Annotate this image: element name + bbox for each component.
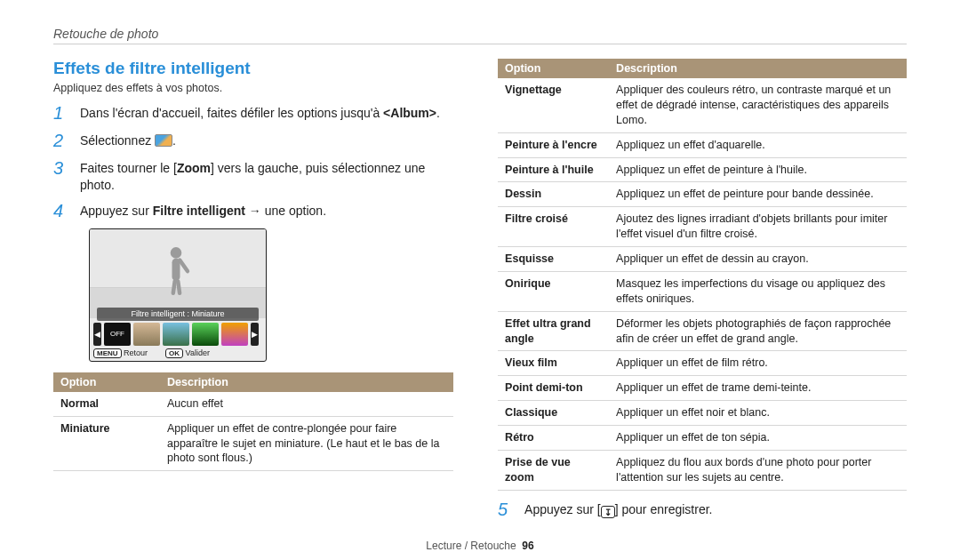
table-row: OniriqueMasquez les imperfections du vis… <box>498 271 907 311</box>
step-list-continued: 5 Appuyez sur [↧] pour enregistrer. <box>498 500 907 520</box>
right-column: Option Description VignettageAppliquer d… <box>498 59 907 527</box>
description-cell: Déformer les objets photographiés de faç… <box>609 311 907 351</box>
filter-thumb[interactable] <box>133 323 160 346</box>
option-cell: Effet ultra grand angle <box>498 311 609 351</box>
preview-scene <box>90 229 266 318</box>
option-cell: Vignettage <box>498 78 609 132</box>
option-cell: Normal <box>53 392 160 416</box>
description-cell: Appliquer un effet de film rétro. <box>609 351 907 376</box>
table-row: ClassiqueAppliquer un effet noir et blan… <box>498 401 907 426</box>
step-text: Appuyez sur Filtre intelligent → une opt… <box>80 201 326 221</box>
preview-person-icon <box>171 247 182 281</box>
step-5: 5 Appuyez sur [↧] pour enregistrer. <box>498 500 907 520</box>
step-number: 4 <box>53 201 73 221</box>
table-header-description: Description <box>609 59 907 78</box>
step-text: Dans l'écran d'accueil, faites défiler l… <box>80 103 440 124</box>
table-row: EsquisseAppliquer un effet de dessin au … <box>498 247 907 272</box>
step-number: 3 <box>53 158 73 194</box>
step-text: Appuyez sur [↧] pour enregistrer. <box>524 500 712 520</box>
table-row: Peinture à l'huileAppliquez un effet de … <box>498 157 907 182</box>
description-cell: Appliquez du flou aux bords d'une photo … <box>609 450 907 490</box>
description-cell: Aucun effet <box>160 392 453 416</box>
filter-thumb[interactable] <box>192 323 219 346</box>
description-cell: Appliquer un effet de contre-plongée pou… <box>160 416 453 471</box>
description-cell: Ajoutez des lignes irradiant d'objets br… <box>609 207 907 247</box>
filter-thumbnail-row: ◀ OFF ▶ <box>93 322 262 347</box>
option-cell: Onirique <box>498 271 609 311</box>
step-number: 1 <box>53 103 73 124</box>
table-row: Normal Aucun effet <box>53 392 453 416</box>
footer-section: Lecture / Retouche <box>426 540 516 552</box>
description-cell: Appliquer des couleurs rétro, un contras… <box>609 78 907 132</box>
table-row: Miniature Appliquer un effet de contre-p… <box>53 416 453 471</box>
description-cell: Appliquer un effet noir et blanc. <box>609 401 907 426</box>
ok-key-icon: OK <box>165 348 183 358</box>
page-title: Effets de filtre intelligent <box>53 59 453 78</box>
filter-thumb[interactable] <box>163 323 189 346</box>
page-footer: Lecture / Retouche 96 <box>53 540 907 552</box>
step-list: 1 Dans l'écran d'accueil, faites défiler… <box>53 103 453 221</box>
filter-off-thumb[interactable]: OFF <box>104 323 131 346</box>
table-row: RétroAppliquer un effet de ton sépia. <box>498 426 907 451</box>
table-row: VignettageAppliquer des couleurs rétro, … <box>498 78 907 132</box>
table-row: Point demi-tonAppliquer un effet de tram… <box>498 376 907 401</box>
table-row: Effet ultra grand angleDéformer les obje… <box>498 311 907 351</box>
intro-text: Appliquez des effets à vos photos. <box>53 82 453 94</box>
page-number: 96 <box>522 540 533 552</box>
step-text: Sélectionnez . <box>80 131 176 151</box>
camera-preview: Filtre intelligent : Miniature ◀ OFF ▶ M… <box>89 228 267 362</box>
step-2: 2 Sélectionnez . <box>53 131 453 151</box>
menu-label: Retour <box>124 348 148 357</box>
table-header-description: Description <box>160 372 453 392</box>
description-cell: Masquez les imperfections du visage ou a… <box>609 271 907 311</box>
ok-label: Valider <box>186 348 210 357</box>
options-table-left: Option Description Normal Aucun effet Mi… <box>53 372 453 472</box>
filter-thumb[interactable] <box>221 323 248 346</box>
description-cell: Appliquer un effet de ton sépia. <box>609 426 907 451</box>
option-cell: Peinture à l'huile <box>498 157 609 182</box>
nav-right-icon[interactable]: ▶ <box>251 323 259 346</box>
option-cell: Point demi-ton <box>498 376 609 401</box>
photo-edit-icon <box>155 134 172 147</box>
step-number: 2 <box>53 131 73 151</box>
option-cell: Filtre croisé <box>498 207 609 247</box>
table-row: Prise de vue zoomAppliquez du flou aux b… <box>498 450 907 490</box>
option-cell: Prise de vue zoom <box>498 450 609 490</box>
option-cell: Esquisse <box>498 247 609 272</box>
content-columns: Effets de filtre intelligent Appliquez d… <box>53 59 907 527</box>
manual-page: Retouche de photo Effets de filtre intel… <box>0 0 960 560</box>
option-cell: Vieux film <box>498 351 609 376</box>
option-cell: Miniature <box>53 416 160 471</box>
option-cell: Dessin <box>498 182 609 207</box>
breadcrumb: Retouche de photo <box>53 27 907 41</box>
step-3: 3 Faites tourner le [Zoom] vers la gauch… <box>53 158 453 194</box>
preview-button-bar: MENU Retour OK Valider <box>93 347 262 359</box>
description-cell: Appliquez un effet d'aquarelle. <box>609 132 907 157</box>
table-header-option: Option <box>498 59 609 78</box>
save-key-icon: ↧ <box>601 506 615 518</box>
description-cell: Appliquez un effet de peinture à l'huile… <box>609 157 907 182</box>
step-number: 5 <box>498 500 517 520</box>
menu-key-icon: MENU <box>93 348 122 358</box>
step-4: 4 Appuyez sur Filtre intelligent → une o… <box>53 201 453 221</box>
description-cell: Appliquez un effet de peinture pour band… <box>609 182 907 207</box>
nav-left-icon[interactable]: ◀ <box>93 323 101 346</box>
table-row: Filtre croiséAjoutez des lignes irradian… <box>498 207 907 247</box>
table-header-option: Option <box>53 372 160 392</box>
divider <box>53 44 907 44</box>
left-column: Effets de filtre intelligent Appliquez d… <box>53 59 453 527</box>
preview-caption: Filtre intelligent : Miniature <box>97 308 259 321</box>
step-text: Faites tourner le [Zoom] vers la gauche,… <box>80 158 453 194</box>
table-row: Peinture à l'encreAppliquez un effet d'a… <box>498 132 907 157</box>
options-table-right: Option Description VignettageAppliquer d… <box>498 59 907 491</box>
option-cell: Rétro <box>498 426 609 451</box>
description-cell: Appliquer un effet de trame demi-teinte. <box>609 376 907 401</box>
option-cell: Classique <box>498 401 609 426</box>
table-row: DessinAppliquez un effet de peinture pou… <box>498 182 907 207</box>
step-1: 1 Dans l'écran d'accueil, faites défiler… <box>53 103 453 124</box>
table-row: Vieux filmAppliquer un effet de film rét… <box>498 351 907 376</box>
description-cell: Appliquer un effet de dessin au crayon. <box>609 247 907 272</box>
option-cell: Peinture à l'encre <box>498 132 609 157</box>
